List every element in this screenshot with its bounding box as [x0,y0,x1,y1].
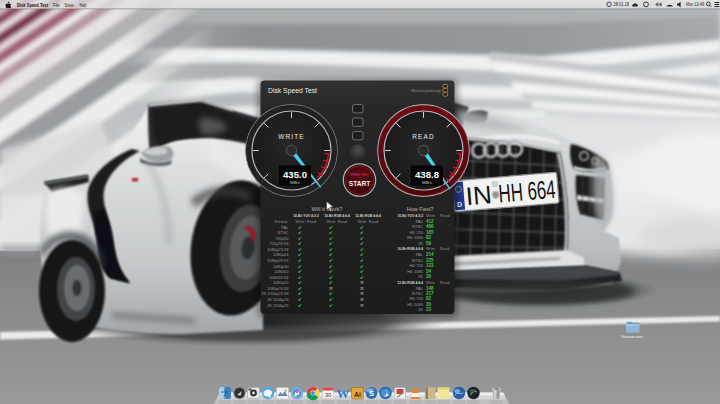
svg-text:10-Bit YUV 4:2:2: 10-Bit YUV 4:2:2 [293,213,319,218]
svg-text:Write: Write [295,219,304,224]
svg-text:1080p30: 1080p30 [273,264,289,269]
svg-text:✔: ✔ [298,247,302,252]
svg-text:✔: ✔ [360,241,364,246]
svg-text:✔: ✔ [329,291,333,296]
svg-text:✔: ✔ [298,297,302,302]
svg-text:✔: ✔ [360,258,364,263]
svg-text:2K 1556p24: 2K 1556p24 [267,297,289,302]
svg-text:2K 1556p23.98: 2K 1556p23.98 [261,291,289,296]
svg-text:225: 225 [426,258,434,263]
svg-text:1080i59.94: 1080i59.94 [269,275,290,280]
svg-text:✔: ✔ [298,258,302,263]
svg-text:82: 82 [426,235,432,240]
svg-text:Read: Read [307,219,316,224]
svg-text:36: 36 [426,302,432,307]
svg-text:2K 1556p25: 2K 1556p25 [267,303,289,308]
svg-text:148: 148 [426,286,434,291]
svg-text:36: 36 [426,274,432,279]
svg-text:✖: ✖ [360,297,364,302]
svg-text:✔: ✔ [360,269,364,274]
svg-text:1080p59.94: 1080p59.94 [267,286,289,291]
svg-text:✔: ✔ [329,247,333,252]
svg-text:Disk Speed Test: Disk Speed Test [268,86,317,95]
svg-text:✔: ✔ [360,230,364,235]
svg-text:MB/s: MB/s [290,180,301,185]
svg-text:185: 185 [426,230,434,235]
svg-text:59: 59 [426,241,432,246]
svg-text:START: START [349,180,371,187]
svg-text:435.0: 435.0 [283,169,307,180]
svg-text:720p59.94: 720p59.94 [270,241,290,246]
svg-text:54: 54 [426,269,432,274]
svg-text:PAL: PAL [416,219,424,224]
svg-text:HD 720: HD 720 [409,263,423,268]
svg-text:✔: ✔ [329,241,333,246]
svg-text:214: 214 [426,252,434,257]
svg-text:1080p24: 1080p24 [273,252,289,257]
svg-text:Write: Write [426,280,435,285]
svg-text:How Fast?: How Fast? [407,206,434,212]
svg-text:SPEED TEST: SPEED TEST [350,173,369,177]
svg-text:Format: Format [275,219,288,224]
svg-text:✔: ✔ [298,252,302,257]
svg-text:✔: ✔ [329,280,333,285]
svg-text:2K: 2K [418,307,423,312]
svg-text:PAL: PAL [416,252,424,257]
svg-text:✔: ✔ [360,264,364,269]
svg-text:438.8: 438.8 [415,169,440,180]
svg-text:1080p29.97: 1080p29.97 [267,258,289,263]
svg-text:720p50: 720p50 [275,236,289,241]
svg-text:✖: ✖ [360,303,364,308]
svg-text:HD 720: HD 720 [409,230,423,235]
svg-text:✔: ✔ [360,247,364,252]
svg-text:✔: ✔ [298,230,302,235]
svg-text:✔: ✔ [298,291,302,296]
svg-text:PAL: PAL [416,286,424,291]
svg-text:NTSC: NTSC [412,224,423,229]
svg-text:HD 1080: HD 1080 [407,235,424,240]
svg-text:Write: Write [426,213,435,218]
svg-text:Blackmagicdesign: Blackmagicdesign [411,89,441,93]
svg-text:Read: Read [440,280,449,285]
svg-text:✔: ✔ [298,264,302,269]
svg-text:✔: ✔ [329,269,333,274]
svg-text:2K: 2K [418,274,423,279]
svg-text:HD 720: HD 720 [409,296,423,301]
svg-text:✔: ✔ [298,269,302,274]
svg-text:10-Bit YUV 4:2:2: 10-Bit YUV 4:2:2 [398,213,424,218]
svg-text:✔: ✔ [329,230,333,235]
svg-text:✔: ✔ [329,275,333,280]
svg-text:✖: ✖ [329,286,333,291]
svg-text:Read: Read [338,219,347,224]
svg-text:2K: 2K [418,241,423,246]
svg-text:✔: ✔ [329,236,333,241]
svg-text:Read: Read [369,219,378,224]
svg-text:MB/s: MB/s [422,180,433,185]
svg-text:Write: Write [357,219,366,224]
svg-text:Read: Read [440,246,449,251]
svg-text:NTSC: NTSC [412,258,423,263]
svg-text:✔: ✔ [329,264,333,269]
svg-text:HD 1080: HD 1080 [407,302,424,307]
svg-text:✖: ✖ [360,280,364,285]
svg-text:✔: ✔ [360,236,364,241]
svg-text:123: 123 [426,263,434,268]
svg-text:1080p23.98: 1080p23.98 [267,247,289,252]
svg-text:✔: ✔ [360,275,364,280]
svg-text:✔: ✔ [329,297,333,302]
svg-text:82: 82 [426,296,432,301]
svg-text:✔: ✔ [298,225,302,230]
svg-text:✖: ✖ [360,286,364,291]
svg-text:1080p50: 1080p50 [273,280,289,285]
svg-text:✔: ✔ [298,275,302,280]
svg-text:HD 1080: HD 1080 [407,269,424,274]
svg-text:✔: ✔ [360,225,364,230]
svg-text:23: 23 [426,307,432,312]
svg-text:Write: Write [426,246,435,251]
svg-text:PAL: PAL [281,225,289,230]
svg-text:NTSC: NTSC [278,230,289,235]
svg-text:✔: ✔ [298,286,302,291]
svg-text:✖: ✖ [360,291,364,296]
svg-text:Write: Write [326,219,335,224]
svg-text:217: 217 [426,291,434,296]
